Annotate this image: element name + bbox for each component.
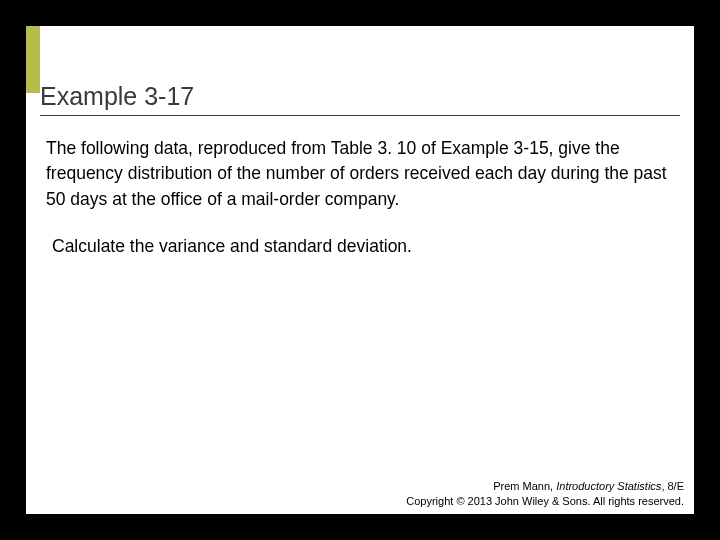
- paragraph-task: Calculate the variance and standard devi…: [52, 234, 672, 259]
- footer-edition: , 8/E: [661, 480, 684, 492]
- slide-body: The following data, reproduced from Tabl…: [46, 136, 672, 282]
- paragraph-context: The following data, reproduced from Tabl…: [46, 136, 672, 212]
- slide: Example 3-17 The following data, reprodu…: [26, 26, 694, 514]
- footer-copyright: Copyright © 2013 John Wiley & Sons. All …: [406, 494, 684, 508]
- slide-footer: Prem Mann, Introductory Statistics, 8/E …: [406, 479, 684, 508]
- footer-author: Prem Mann,: [493, 480, 556, 492]
- footer-book: Introductory Statistics: [556, 480, 661, 492]
- footer-attribution: Prem Mann, Introductory Statistics, 8/E: [406, 479, 684, 493]
- slide-title: Example 3-17: [40, 82, 680, 116]
- accent-block: [26, 26, 40, 93]
